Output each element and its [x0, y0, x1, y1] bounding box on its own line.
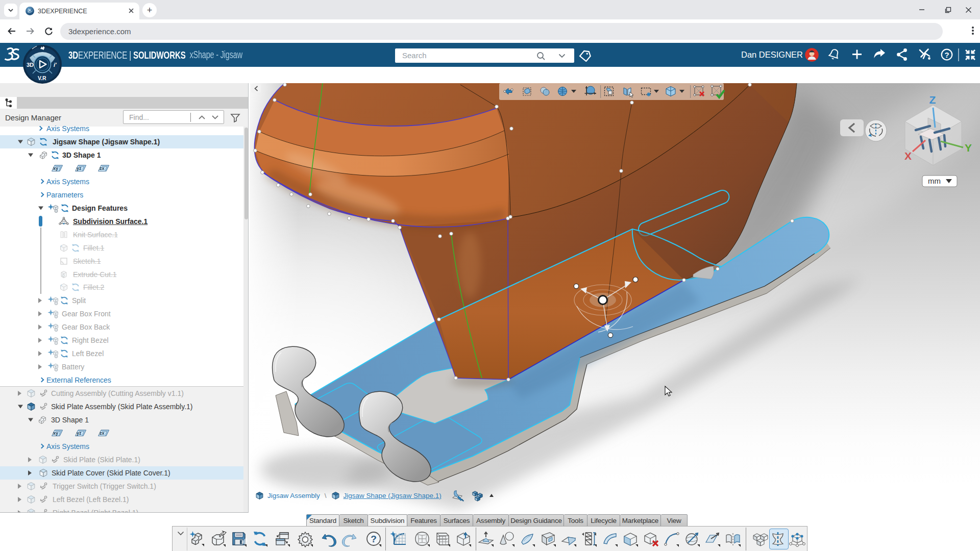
svg-text:3D: 3D	[27, 62, 34, 68]
svg-text:Z: Z	[929, 94, 936, 106]
svg-text:Y: Y	[965, 142, 972, 154]
svg-text:mm: mm	[928, 177, 941, 185]
svg-text:i': i'	[54, 62, 57, 68]
svg-text:X: X	[904, 150, 912, 162]
svg-text:V.R: V.R	[38, 75, 46, 81]
svg-text:?: ?	[944, 51, 949, 59]
